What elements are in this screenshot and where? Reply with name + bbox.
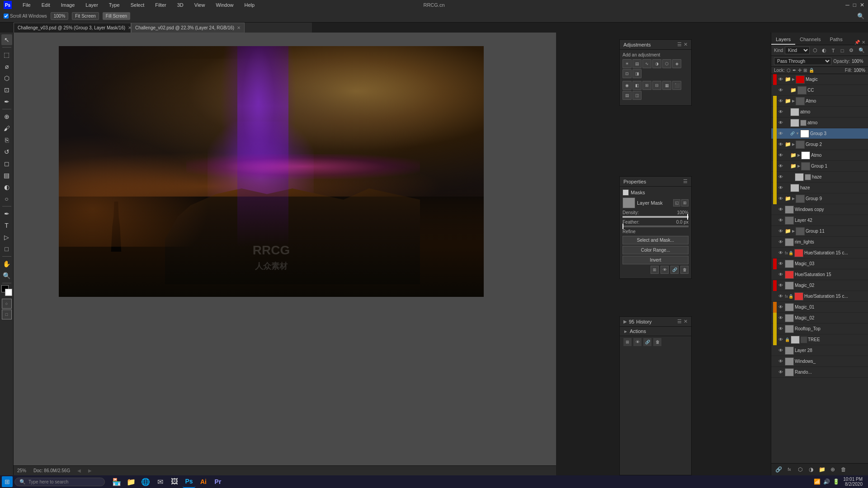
layer-eye-magic01[interactable]: 👁: [778, 304, 784, 310]
eyedropper-tool[interactable]: ✒: [1, 96, 12, 107]
layers-btn-mask[interactable]: ⬡: [796, 465, 805, 474]
layer-eye-rim-lights[interactable]: 👁: [778, 239, 784, 245]
layer-expand-group2[interactable]: ▶: [792, 142, 795, 146]
layers-panel-close[interactable]: ✕: [862, 40, 865, 45]
fit-screen-btn[interactable]: Fit Screen: [72, 12, 99, 20]
layer-eye-group9[interactable]: 👁: [778, 196, 784, 202]
menu-type[interactable]: Type: [107, 1, 122, 9]
layer-row-rim-lights[interactable]: 👁 rim_lights: [771, 237, 868, 248]
layer-row-haze1[interactable]: 👁 haze: [771, 172, 868, 183]
taskbar-search[interactable]: 🔍 Type here to search: [14, 478, 105, 486]
layer-row-magic01[interactable]: 👁 Magic_01: [771, 302, 868, 313]
adj-hsl[interactable]: ◈: [672, 59, 681, 68]
layer-row-huesat3[interactable]: 👁 fx 🔒 Hue/Saturation 15 c...: [771, 291, 868, 302]
layer-row-huesat2[interactable]: 👁 Hue/Saturation 15: [771, 269, 868, 280]
taskbar-app-store[interactable]: 🏪: [110, 475, 123, 488]
move-tool[interactable]: ↖: [1, 34, 12, 45]
layers-panel-pin[interactable]: 📌: [854, 40, 860, 45]
menu-3d[interactable]: 3D: [175, 1, 185, 9]
layer-eye-windows-copy[interactable]: 👁: [778, 206, 784, 213]
filter-smart[interactable]: ⚙: [848, 47, 855, 54]
layer-eye-group11[interactable]: 👁: [778, 228, 784, 235]
menu-filter[interactable]: Filter: [153, 1, 168, 9]
layer-eye-atmo-group[interactable]: 👁: [778, 98, 784, 104]
layer-row-atmo-group[interactable]: 👁 📁 ▶ Atmo: [771, 96, 868, 107]
doc-tab-2-close[interactable]: ✕: [237, 25, 241, 30]
layer-row-huesat1[interactable]: 👁 fx 🔒 Hue/Saturation 15 c...: [771, 248, 868, 258]
tab-channels[interactable]: Channels: [795, 35, 825, 45]
doc-tab-1[interactable]: Challenge_v03.psd @ 25% (Group 3, Layer …: [14, 23, 131, 33]
layer-row-layer28[interactable]: 👁 Layer 28: [771, 345, 868, 356]
zoom-tool[interactable]: 🔍: [1, 270, 12, 281]
menu-layer[interactable]: Layer: [84, 1, 100, 9]
filter-adjust[interactable]: ◐: [821, 47, 828, 54]
layer-row-group2[interactable]: 👁 📁 ▶ Group 2: [771, 139, 868, 150]
layer-eye-atmo-child[interactable]: 👁: [778, 152, 784, 159]
type-tool[interactable]: T: [1, 220, 12, 231]
adj-vibrance[interactable]: ⬡: [662, 59, 671, 68]
invert-btn[interactable]: Invert: [623, 256, 689, 264]
taskbar-start[interactable]: ⊞: [2, 476, 13, 487]
adj-brightness[interactable]: ☀: [623, 59, 632, 68]
taskbar-app-photos[interactable]: 🖼: [168, 475, 181, 488]
layer-eye-huesat3[interactable]: 👁: [778, 293, 784, 300]
layer-row-group1[interactable]: 👁 📁 ▶ Group 1: [771, 161, 868, 172]
menu-window[interactable]: Window: [214, 1, 235, 9]
lock-image[interactable]: ✒: [793, 68, 796, 73]
feather-thumb[interactable]: [623, 224, 623, 229]
menu-select[interactable]: Select: [129, 1, 146, 9]
minimize-btn[interactable]: ─: [845, 2, 849, 8]
layer-expand-group11[interactable]: ▶: [792, 229, 795, 233]
layer-row-magic02-red[interactable]: 👁 Magic_02: [771, 280, 868, 291]
dodge-tool[interactable]: ○: [1, 193, 12, 204]
layer-row-rando[interactable]: 👁 Rando...: [771, 367, 868, 378]
layer-row-magic03[interactable]: 👁 Magic_03: [771, 258, 868, 269]
shape-tool[interactable]: □: [1, 244, 12, 254]
layer-eye-magic02-yellow[interactable]: 👁: [778, 315, 784, 321]
prop-icon-1[interactable]: ⊞: [651, 266, 659, 274]
brush-tool[interactable]: 🖌: [1, 123, 12, 134]
lock-all[interactable]: 🔒: [809, 68, 814, 73]
blur-tool[interactable]: ◐: [1, 182, 12, 192]
layer-row-windows[interactable]: 👁 Windows_: [771, 356, 868, 367]
healing-tool[interactable]: ⊕: [1, 111, 12, 122]
prop-icon-2[interactable]: 👁: [660, 266, 669, 274]
layer-eye-haze2[interactable]: 👁: [778, 185, 784, 191]
taskbar-network-icon[interactable]: 📶: [814, 479, 821, 485]
search-icon-top[interactable]: 🔍: [857, 13, 864, 19]
gradient-tool[interactable]: ▤: [1, 170, 12, 181]
search-layer[interactable]: 🔍: [858, 47, 865, 54]
menu-file[interactable]: File: [21, 1, 33, 9]
taskbar-app-explorer[interactable]: 📁: [125, 475, 137, 488]
layer-eye-group2[interactable]: 👁: [778, 141, 784, 148]
layer-eye-windows[interactable]: 👁: [778, 358, 784, 365]
prop-icon-3[interactable]: 🔗: [670, 266, 679, 274]
taskbar-app-ps[interactable]: Ps: [183, 475, 195, 488]
doc-tab-2[interactable]: Challenge_v02.psd @ 22.3% (Layer 24, RGB…: [131, 23, 245, 33]
lasso-tool[interactable]: ⌀: [1, 61, 12, 72]
screen-mode-btn[interactable]: □: [2, 310, 12, 319]
layer-expand-group9[interactable]: ▶: [792, 197, 795, 201]
adj-colorbalance[interactable]: ⊡: [623, 69, 632, 78]
crop-tool[interactable]: ⊡: [1, 84, 12, 95]
adj-bw[interactable]: ◨: [632, 69, 642, 78]
layer-row-atmo2[interactable]: 👁 atmo: [771, 117, 868, 128]
layers-btn-new[interactable]: ⊕: [828, 465, 837, 474]
layer-expand-atmo-group[interactable]: ▶: [792, 99, 795, 103]
layer-expand-atmo-child[interactable]: ▶: [797, 153, 800, 157]
filter-type[interactable]: T: [830, 47, 837, 54]
close-btn[interactable]: ✕: [860, 2, 864, 8]
adj-exposure[interactable]: ◑: [652, 59, 661, 68]
feather-slider[interactable]: [623, 225, 689, 227]
taskbar-clock[interactable]: 10:01 PM 8/2/2020: [843, 477, 863, 487]
layer-row-group3[interactable]: 👁 🔗 ▼ Group 3: [771, 128, 868, 139]
mask-icon-1[interactable]: ◱: [673, 199, 680, 206]
adj-color-lookup[interactable]: ⊞: [642, 81, 651, 90]
path-select-tool[interactable]: ▷: [1, 232, 12, 243]
layer-eye-group3[interactable]: 👁: [778, 131, 784, 137]
taskbar-app-mail[interactable]: ✉: [154, 475, 166, 488]
taskbar-sound-icon[interactable]: 🔊: [823, 479, 830, 485]
blend-mode-select[interactable]: Pass Through: [774, 57, 831, 65]
hist-icon-2[interactable]: 👁: [633, 338, 642, 346]
layer-row-group11[interactable]: 👁 📁 ▶ Group 11: [771, 226, 868, 237]
